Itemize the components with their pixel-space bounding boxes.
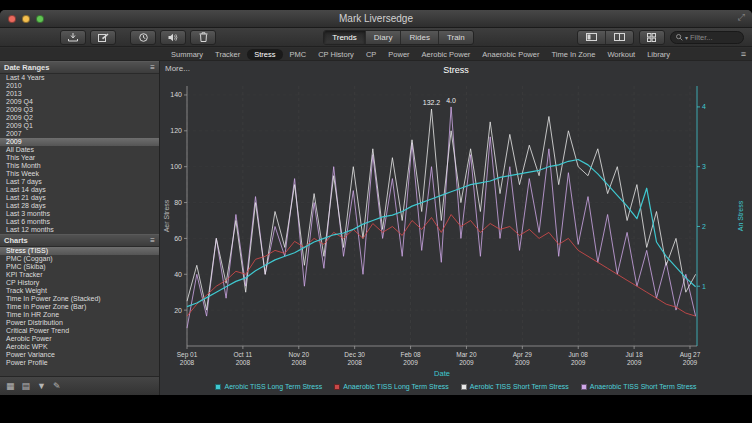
content: Date Ranges≡Last 4 Years201020132009 Q42… <box>0 61 752 395</box>
sidebar-item-critical-power-trend[interactable]: Critical Power Trend <box>0 327 159 335</box>
svg-text:Date: Date <box>434 369 450 378</box>
tab-library[interactable]: Library <box>642 49 675 60</box>
sidebar-item-2009-q4[interactable]: 2009 Q4 <box>0 98 159 106</box>
import-button[interactable] <box>60 30 86 45</box>
tile-view-button[interactable] <box>639 30 665 45</box>
sidebar-item-power-variance[interactable]: Power Variance <box>0 351 159 359</box>
menu-icon[interactable]: ≡ <box>150 236 155 245</box>
sidebar-item-pmc-coggan[interactable]: PMC (Coggan) <box>0 255 159 263</box>
sidebar-filter-icon[interactable]: ▼ <box>37 382 46 391</box>
sidebar-item-time-in-power-zone-stacked[interactable]: Time In Power Zone (Stacked) <box>0 295 159 303</box>
sidebar-list-icon[interactable]: ▤ <box>22 382 31 391</box>
sidebar-item-last-28-days[interactable]: Last 28 days <box>0 202 159 210</box>
sidebar-item-stress-tiss[interactable]: Stress (TISS) <box>0 247 159 255</box>
menu-icon[interactable]: ≡ <box>150 63 155 72</box>
chart-tabbar: SummaryTrackerStressPMCCP HistoryCPPower… <box>0 48 752 61</box>
view-tab-diary[interactable]: Diary <box>366 31 402 44</box>
chevron-down-icon[interactable]: ▾ <box>685 34 688 41</box>
app-window: Mark Liversedge ⤢ <box>0 10 752 395</box>
sidebar-item-2009-q2[interactable]: 2009 Q2 <box>0 114 159 122</box>
tab-anaerobic-power[interactable]: Anaerobic Power <box>477 49 544 60</box>
view-tab-rides[interactable]: Rides <box>401 31 438 44</box>
sidebar-item-time-in-hr-zone[interactable]: Time In HR Zone <box>0 311 159 319</box>
legend-item-anaerobic-tiss-long-term-stress[interactable]: Anaerobic TISS Long Term Stress <box>334 383 449 390</box>
sidebar-item-track-weight[interactable]: Track Weight <box>0 287 159 295</box>
sidebar-item-2009-q3[interactable]: 2009 Q3 <box>0 106 159 114</box>
title-bar[interactable]: Mark Liversedge ⤢ <box>0 10 752 28</box>
sidebar-item-kpi-tracker[interactable]: KPI Tracker <box>0 271 159 279</box>
tab-cp[interactable]: CP <box>361 49 381 60</box>
recent-button[interactable] <box>130 30 156 45</box>
tab-power[interactable]: Power <box>383 49 414 60</box>
svg-text:Aug 27: Aug 27 <box>680 351 701 359</box>
sidebar-item-cp-history[interactable]: CP History <box>0 279 159 287</box>
layout-single-button[interactable] <box>578 31 606 44</box>
sidebar-item-last-4-years[interactable]: Last 4 Years <box>0 74 159 82</box>
tab-stress[interactable]: Stress <box>247 49 282 60</box>
trash-button[interactable] <box>190 30 216 45</box>
sidebar-item-last-6-months[interactable]: Last 6 months <box>0 218 159 226</box>
svg-text:20: 20 <box>174 307 182 314</box>
sidebar-item-pmc-skiba[interactable]: PMC (Skiba) <box>0 263 159 271</box>
sidebar-item-all-dates[interactable]: All Dates <box>0 146 159 154</box>
svg-text:2: 2 <box>702 223 706 230</box>
speaker-icon <box>168 33 178 42</box>
layout-switcher <box>577 30 634 45</box>
sidebar-item-last-3-months[interactable]: Last 3 months <box>0 210 159 218</box>
sidebar-item-this-week[interactable]: This Week <box>0 170 159 178</box>
fullscreen-icon[interactable]: ⤢ <box>738 12 745 23</box>
sidebar-item-power-profile[interactable]: Power Profile <box>0 359 159 367</box>
svg-text:Aer Stress: Aer Stress <box>163 199 170 232</box>
compose-button[interactable] <box>90 30 116 45</box>
chart-canvas[interactable]: 204060801001201401234Sep 012008Oct 11200… <box>160 61 752 395</box>
main-toolbar: TrendsDiaryRidesTrain <box>0 28 752 47</box>
sidebar-item-2009[interactable]: 2009 <box>0 138 159 146</box>
sidebar-item-2013[interactable]: 2013 <box>0 90 159 98</box>
sidebar-item-aerobic-wpk[interactable]: Aerobic WPK <box>0 343 159 351</box>
svg-text:140: 140 <box>170 91 182 98</box>
section-header-date-ranges[interactable]: Date Ranges≡ <box>0 61 159 74</box>
sidebar-panels-icon[interactable]: ▦ <box>6 382 15 391</box>
compose-icon <box>98 33 109 42</box>
legend-item-anaerobic-tiss-short-term-stress[interactable]: Anaerobic TISS Short Term Stress <box>581 383 697 390</box>
legend-item-aerobic-tiss-long-term-stress[interactable]: Aerobic TISS Long Term Stress <box>215 383 322 390</box>
tab-time-in-zone[interactable]: Time In Zone <box>546 49 600 60</box>
svg-text:Apr 29: Apr 29 <box>513 351 533 359</box>
sidebar-item-last-21-days[interactable]: Last 21 days <box>0 194 159 202</box>
sidebar-item-last-7-days[interactable]: Last 7 days <box>0 178 159 186</box>
sidebar-item-last-14-days[interactable]: Last 14 days <box>0 186 159 194</box>
sidebar-item-time-in-power-zone-bar[interactable]: Time In Power Zone (Bar) <box>0 303 159 311</box>
tabbar-menu-icon[interactable]: ≡ <box>741 49 746 59</box>
svg-text:An Stress: An Stress <box>737 200 744 231</box>
sidebar: Date Ranges≡Last 4 Years201020132009 Q42… <box>0 61 160 395</box>
view-tab-trends[interactable]: Trends <box>324 31 366 44</box>
audio-button[interactable] <box>160 30 186 45</box>
svg-text:2009: 2009 <box>459 359 474 366</box>
sidebar-item-2007[interactable]: 2007 <box>0 130 159 138</box>
filter-field[interactable]: ▾ Filter... <box>670 31 744 44</box>
tab-workout[interactable]: Workout <box>602 49 640 60</box>
legend-swatch <box>334 384 340 390</box>
sidebar-item-power-distribution[interactable]: Power Distribution <box>0 319 159 327</box>
section-header-charts[interactable]: Charts≡ <box>0 234 159 247</box>
sidebar-item-2010[interactable]: 2010 <box>0 82 159 90</box>
sidebar-item-this-year[interactable]: This Year <box>0 154 159 162</box>
tab-summary[interactable]: Summary <box>166 49 208 60</box>
tab-pmc[interactable]: PMC <box>285 49 312 60</box>
chart-legend: Aerobic TISS Long Term StressAnaerobic T… <box>160 383 752 390</box>
svg-text:100: 100 <box>170 163 182 170</box>
tab-tracker[interactable]: Tracker <box>210 49 245 60</box>
legend-item-aerobic-tiss-short-term-stress[interactable]: Aerobic TISS Short Term Stress <box>461 383 569 390</box>
sidebar-edit-icon[interactable]: ✎ <box>53 382 61 391</box>
tab-aerobic-power[interactable]: Aerobic Power <box>417 49 476 60</box>
sidebar-item-2009-q1[interactable]: 2009 Q1 <box>0 122 159 130</box>
svg-text:Jun 08: Jun 08 <box>568 351 588 358</box>
sidebar-item-this-month[interactable]: This Month <box>0 162 159 170</box>
tab-cp-history[interactable]: CP History <box>313 49 359 60</box>
sidebar-sections: Date Ranges≡Last 4 Years201020132009 Q42… <box>0 61 159 367</box>
sidebar-item-last-12-months[interactable]: Last 12 months <box>0 226 159 234</box>
sidebar-item-aerobic-power[interactable]: Aerobic Power <box>0 335 159 343</box>
layout-split-button[interactable] <box>606 31 633 44</box>
view-tab-train[interactable]: Train <box>439 31 473 44</box>
layout-single-icon <box>586 33 597 41</box>
